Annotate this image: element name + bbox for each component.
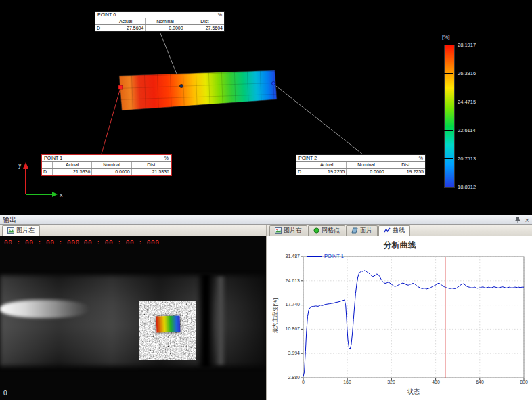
point1-marker[interactable] <box>118 85 123 89</box>
pin-icon[interactable] <box>514 216 521 223</box>
chart-legend: POINT 1 <box>307 253 344 259</box>
point2-unit: % <box>419 156 423 160</box>
point1-row-label: D <box>42 169 53 175</box>
x-tick-3: 480 <box>424 380 447 384</box>
y-tick-4: 3.994 <box>271 351 300 355</box>
point0-dist: 27.5604 <box>185 25 224 31</box>
point1-col-nominal: Nominal <box>92 162 131 168</box>
point1-leader-line <box>102 88 120 154</box>
colorbar-notch <box>444 73 453 74</box>
left-image-panel: 图片左 <box>0 225 266 400</box>
point2-col-nominal: Nominal <box>347 162 386 168</box>
x-tick-0: 0 <box>292 380 315 384</box>
x-tick-1: 160 <box>336 380 359 384</box>
point2-marker[interactable] <box>272 82 275 85</box>
point2-row-label: D <box>296 169 307 175</box>
y-axis-title: 最大主应变[%] <box>271 282 279 350</box>
tab-left-image-label: 图片左 <box>16 226 35 235</box>
tab-curve[interactable]: 曲线 <box>378 225 410 236</box>
point1-dist: 21.5336 <box>132 169 171 175</box>
legend-line-sample <box>307 256 322 257</box>
tab-right-image-label: 图片右 <box>284 226 302 235</box>
curve-icon <box>384 227 391 234</box>
3d-strain-viewport[interactable]: y x POINT 0 % Actual Nominal Dist D 27.5… <box>0 0 532 215</box>
colorbar-unit-label: [%] <box>442 34 450 40</box>
colorbar-tick-3: 22.6114 <box>458 127 493 133</box>
right-curve-panel: 图片右 网格点 面片 <box>267 225 532 400</box>
left-camera-image[interactable]: 00 : 00 : 00 : 000 00 : 00 : 00 : 000 0 <box>0 236 266 400</box>
colorbar-notch <box>444 102 453 102</box>
point0-col-actual: Actual <box>106 18 146 24</box>
x-tick-4: 640 <box>468 380 491 384</box>
highlight-streak <box>0 300 89 318</box>
grid-point-icon <box>313 227 319 234</box>
close-icon[interactable]: × <box>525 217 529 223</box>
point1-nominal: 0.0000 <box>92 169 131 175</box>
point1-table: POINT 1 % Actual Nominal Dist D 21.5336 … <box>41 154 172 176</box>
point2-name: POINT 2 <box>298 156 317 160</box>
right-panel-tabbar: 图片右 网格点 面片 <box>267 225 532 236</box>
chart-plot[interactable] <box>267 236 532 400</box>
colorbar-notch <box>444 130 453 131</box>
point2-col-actual: Actual <box>307 162 347 168</box>
colorbar-tick-2: 24.4715 <box>458 99 493 105</box>
tab-grid-points-label: 网格点 <box>322 226 340 235</box>
image-icon <box>275 227 282 234</box>
point2-dist: 19.2255 <box>386 169 425 175</box>
dark-ring <box>196 274 215 368</box>
y-tick-5: -2.880 <box>271 375 300 380</box>
y-tick-3: 10.867 <box>271 326 300 331</box>
point0-col-nominal: Nominal <box>146 18 185 24</box>
tab-curve-label: 曲线 <box>393 226 405 235</box>
point0-nominal: 0.0000 <box>146 25 185 31</box>
x-axis-label: x <box>60 192 63 198</box>
tab-left-image[interactable]: 图片左 <box>2 225 40 236</box>
timestamp-overlay: 00 : 00 : 00 : 000 00 : 00 : 00 : 000 <box>4 239 159 246</box>
colorbar-tick-0: 28.1917 <box>458 42 493 48</box>
x-axis-title: 状态 <box>303 388 524 397</box>
point0-table: POINT 0 % Actual Nominal Dist D 27.5604 … <box>95 11 225 32</box>
point1-col-dist: Dist <box>132 162 171 168</box>
tab-right-image[interactable]: 图片右 <box>269 225 307 236</box>
point2-table: POINT 2 % Actual Nominal Dist D 19.2255 … <box>296 154 426 175</box>
point2-leader-line <box>273 84 363 154</box>
colorbar-tick-4: 20.7513 <box>458 156 493 162</box>
dic-application-window: y x POINT 0 % Actual Nominal Dist D 27.5… <box>0 0 532 400</box>
point0-col-dist: Dist <box>185 18 224 24</box>
point0-row-label: D <box>95 25 106 31</box>
legend-series-name: POINT 1 <box>324 253 344 259</box>
tab-grid-points[interactable]: 网格点 <box>308 225 345 236</box>
point2-actual: 19.2255 <box>307 169 347 175</box>
frame-number: 0 <box>3 389 7 397</box>
left-panel-tabbar: 图片左 <box>0 225 266 236</box>
output-panel-title: 输出 <box>3 215 16 225</box>
colorbar-tick-5: 18.8912 <box>458 184 493 190</box>
point0-unit: % <box>218 12 222 17</box>
deformation-strip[interactable] <box>119 70 277 110</box>
y-tick-0: 31.487 <box>271 254 300 259</box>
facet-icon <box>351 227 358 234</box>
x-tick-2: 320 <box>380 380 403 384</box>
light-ring <box>215 277 226 365</box>
image-icon <box>7 227 14 234</box>
point2-col-dist: Dist <box>386 162 425 168</box>
analysis-curve-chart[interactable]: 分析曲线 POINT 1 最大主应变[%] 状态 31.487 24.613 1… <box>267 236 532 400</box>
point0-marker[interactable] <box>180 85 183 88</box>
specimen-shaft <box>0 275 266 366</box>
y-tick-2: 17.740 <box>271 302 300 307</box>
strain-overlay-patch <box>156 315 181 332</box>
point1-actual: 21.5336 <box>53 169 92 175</box>
x-tick-5: 800 <box>512 380 532 384</box>
tab-facets[interactable]: 面片 <box>346 225 378 236</box>
colorbar-notch <box>444 158 453 159</box>
y-axis-label: y <box>18 162 22 169</box>
colorbar-tick-1: 26.3316 <box>458 70 493 76</box>
tab-facets-label: 面片 <box>360 226 372 235</box>
point1-name: POINT 1 <box>44 156 62 160</box>
y-tick-1: 24.613 <box>271 278 300 283</box>
point1-col-actual: Actual <box>53 162 92 168</box>
point1-unit: % <box>164 156 169 160</box>
output-dock-area: 图片左 <box>0 225 532 400</box>
colorbar <box>444 45 455 188</box>
output-panel-header: 输出 × <box>0 215 532 225</box>
